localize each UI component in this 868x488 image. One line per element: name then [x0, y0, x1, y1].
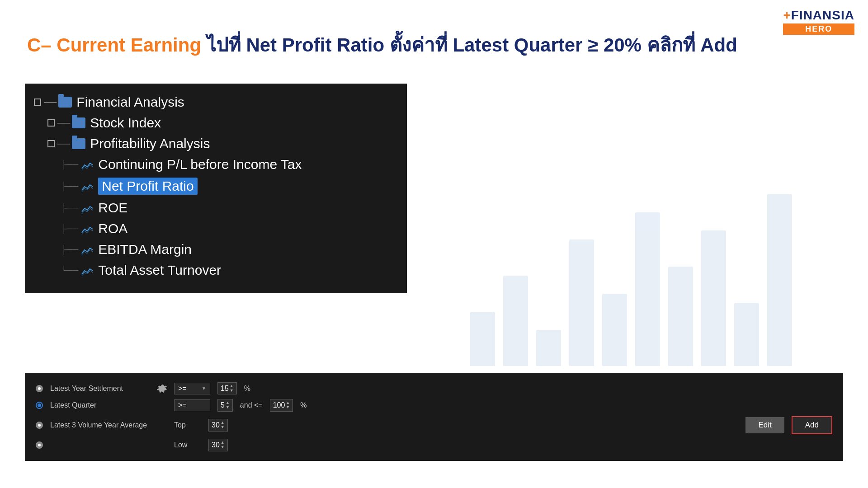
value-text-low: 30 [212, 441, 220, 449]
tree-label-total-asset: Total Asset Turnover [98, 263, 221, 278]
tree-item-profitability[interactable]: ── Profitability Analysis [34, 134, 393, 153]
num-stepper-top[interactable]: ▲ ▼ [221, 421, 225, 430]
value-input-row2[interactable]: 5 ▲ ▼ [217, 399, 233, 412]
tree-item-net-profit-ratio[interactable]: ├── Net Profit Ratio [34, 176, 393, 197]
value-input-row1[interactable]: 15 ▲ ▼ [217, 382, 237, 395]
bg-bar [635, 212, 660, 366]
folder-icon [72, 117, 85, 128]
tree-label-profitability: Profitability Analysis [90, 136, 210, 151]
bg-bar [602, 294, 627, 366]
top-label: Top [174, 421, 201, 429]
tree-checkbox[interactable] [34, 99, 41, 106]
bg-bar [503, 276, 528, 366]
value-input-top[interactable]: 30 ▲ ▼ [208, 419, 228, 432]
operator-select-row2[interactable]: >= [174, 399, 210, 411]
gear-icon[interactable] [157, 384, 167, 394]
tree-connector: ├── [61, 203, 78, 213]
chart-icon-selected [81, 181, 94, 192]
bg-bar [569, 239, 594, 366]
tree-item-total-asset[interactable]: └── Total Asset Turnover [34, 261, 393, 280]
tree-label-ebitda: EBITDA Margin [98, 242, 192, 257]
stepper-down[interactable]: ▼ [221, 425, 225, 430]
value-text-top: 30 [212, 421, 220, 429]
label-latest-quarter: Latest Quarter [50, 401, 150, 409]
value-text-row2: 5 [221, 401, 225, 409]
title-blue: ไปที่ Net Profit Ratio ตั้งค่าที่ Latest… [207, 34, 737, 56]
tree-connector: ├── [61, 160, 78, 169]
tree-connector: └── [61, 266, 78, 275]
chart-icon [81, 223, 94, 234]
bg-bar [767, 194, 792, 366]
stepper-down[interactable]: ▼ [286, 405, 290, 410]
num-stepper-low[interactable]: ▲ ▼ [221, 441, 225, 450]
bg-bar [536, 330, 561, 366]
dropdown-arrow: ▼ [202, 386, 206, 391]
value-input2-row2[interactable]: 100 ▲ ▼ [270, 399, 293, 412]
background-chart [461, 194, 868, 375]
tree-item-continuing-pl[interactable]: ├── Continuing P/L before Income Tax [34, 155, 393, 174]
page-title: C– Current Earning ไปที่ Net Profit Rati… [27, 34, 737, 56]
tree-label-financial-analysis: Financial Analysis [76, 94, 184, 110]
stepper-down[interactable]: ▼ [230, 389, 234, 393]
num-stepper-row2[interactable]: ▲ ▼ [226, 401, 230, 410]
chart-icon [81, 265, 94, 276]
bg-bar [668, 267, 693, 366]
tree-connector: ├── [61, 224, 78, 234]
unit-label-row2: % [300, 401, 307, 409]
control-row-latest-year: Latest Year Settlement >= ▼ 15 ▲ ▼ % [36, 380, 832, 397]
logo-plus: + [783, 8, 791, 22]
value-input-low[interactable]: 30 ▲ ▼ [208, 439, 228, 451]
stepper-down[interactable]: ▼ [221, 445, 225, 450]
logo: +FINANSIA HERO [783, 8, 854, 35]
radio-low[interactable] [36, 441, 43, 449]
num-stepper-row1[interactable]: ▲ ▼ [230, 384, 234, 393]
tree-item-roa[interactable]: ├── ROA [34, 219, 393, 238]
radio-latest-year[interactable] [36, 385, 43, 392]
tree-item-ebitda[interactable]: ├── EBITDA Margin [34, 240, 393, 259]
num-stepper2-row2[interactable]: ▲ ▼ [286, 401, 290, 410]
control-row-top: Latest 3 Volume Year Average Top 30 ▲ ▼ … [36, 414, 832, 436]
label-latest-3vol: Latest 3 Volume Year Average [50, 421, 150, 429]
operator-value-row2: >= [178, 401, 187, 409]
tree-label-continuing-pl: Continuing P/L before Income Tax [98, 157, 302, 172]
tree-item-financial-analysis[interactable]: ── Financial Analysis [34, 93, 393, 112]
tree-connector: ├── [61, 245, 78, 254]
and-lte-label: and <= [240, 401, 263, 409]
low-label: Low [174, 441, 201, 449]
control-row-latest-quarter: Latest Quarter >= 5 ▲ ▼ and <= 100 ▲ ▼ % [36, 397, 832, 414]
folder-icon-profitability [72, 138, 85, 149]
value-text2-row2: 100 [273, 401, 285, 409]
tree-checkbox[interactable] [47, 119, 55, 127]
chart-icon [81, 202, 94, 213]
tree-dash: ── [57, 139, 70, 149]
label-latest-year: Latest Year Settlement [50, 385, 150, 393]
bg-bar [701, 230, 726, 366]
radio-latest-quarter[interactable] [36, 402, 43, 409]
tree-label-roe: ROE [98, 200, 127, 216]
add-button[interactable]: Add [792, 416, 832, 434]
operator-select-row1[interactable]: >= ▼ [174, 383, 210, 394]
tree-item-roe[interactable]: ├── ROE [34, 198, 393, 217]
chart-icon [81, 159, 94, 170]
tree-checkbox[interactable] [47, 140, 55, 147]
edit-button[interactable]: Edit [745, 417, 784, 433]
bg-bar [470, 312, 495, 366]
value-text-row1: 15 [221, 385, 229, 393]
folder-icon [58, 97, 72, 108]
tree-label-stock-index: Stock Index [90, 115, 161, 131]
bg-bar [734, 303, 759, 366]
radio-top[interactable] [36, 422, 43, 429]
stepper-down[interactable]: ▼ [226, 405, 230, 410]
logo-text: FINANSIA [791, 8, 854, 22]
tree-label-net-profit-ratio: Net Profit Ratio [98, 178, 197, 195]
tree-label-roa: ROA [98, 221, 127, 236]
control-panel: Latest Year Settlement >= ▼ 15 ▲ ▼ % Lat… [25, 373, 843, 461]
control-row-low: Low 30 ▲ ▼ [36, 436, 832, 454]
logo-name: +FINANSIA [783, 8, 854, 23]
operator-value-row1: >= [178, 385, 187, 393]
tree-item-stock-index[interactable]: ── Stock Index [34, 113, 393, 132]
title-orange: C– Current Earning [27, 34, 207, 56]
tree-dash: ── [57, 118, 70, 128]
tree-dash: ── [44, 97, 57, 108]
tree-connector: ├── [61, 182, 78, 191]
